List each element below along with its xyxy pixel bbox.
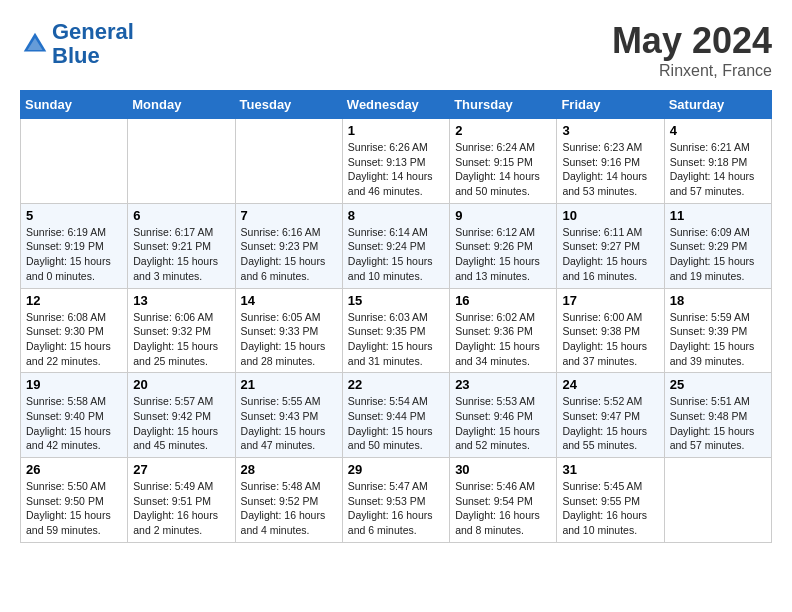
- day-number: 23: [455, 377, 551, 392]
- day-number: 25: [670, 377, 766, 392]
- day-info: Sunrise: 5:49 AM Sunset: 9:51 PM Dayligh…: [133, 479, 229, 538]
- day-number: 12: [26, 293, 122, 308]
- calendar-cell: 22Sunrise: 5:54 AM Sunset: 9:44 PM Dayli…: [342, 373, 449, 458]
- calendar-cell: 16Sunrise: 6:02 AM Sunset: 9:36 PM Dayli…: [450, 288, 557, 373]
- calendar-cell: 23Sunrise: 5:53 AM Sunset: 9:46 PM Dayli…: [450, 373, 557, 458]
- calendar-cell: 27Sunrise: 5:49 AM Sunset: 9:51 PM Dayli…: [128, 458, 235, 543]
- week-row-4: 19Sunrise: 5:58 AM Sunset: 9:40 PM Dayli…: [21, 373, 772, 458]
- day-info: Sunrise: 6:24 AM Sunset: 9:15 PM Dayligh…: [455, 140, 551, 199]
- calendar-cell: 29Sunrise: 5:47 AM Sunset: 9:53 PM Dayli…: [342, 458, 449, 543]
- logo: General Blue: [20, 20, 134, 68]
- day-info: Sunrise: 5:46 AM Sunset: 9:54 PM Dayligh…: [455, 479, 551, 538]
- calendar-cell: 10Sunrise: 6:11 AM Sunset: 9:27 PM Dayli…: [557, 203, 664, 288]
- calendar-cell: 18Sunrise: 5:59 AM Sunset: 9:39 PM Dayli…: [664, 288, 771, 373]
- calendar-cell: 24Sunrise: 5:52 AM Sunset: 9:47 PM Dayli…: [557, 373, 664, 458]
- day-info: Sunrise: 6:16 AM Sunset: 9:23 PM Dayligh…: [241, 225, 337, 284]
- day-info: Sunrise: 6:08 AM Sunset: 9:30 PM Dayligh…: [26, 310, 122, 369]
- day-number: 6: [133, 208, 229, 223]
- day-info: Sunrise: 6:03 AM Sunset: 9:35 PM Dayligh…: [348, 310, 444, 369]
- weekday-header-saturday: Saturday: [664, 91, 771, 119]
- day-number: 16: [455, 293, 551, 308]
- day-info: Sunrise: 5:50 AM Sunset: 9:50 PM Dayligh…: [26, 479, 122, 538]
- day-number: 17: [562, 293, 658, 308]
- day-number: 1: [348, 123, 444, 138]
- calendar-cell: 7Sunrise: 6:16 AM Sunset: 9:23 PM Daylig…: [235, 203, 342, 288]
- title-block: May 2024 Rinxent, France: [612, 20, 772, 80]
- day-info: Sunrise: 5:53 AM Sunset: 9:46 PM Dayligh…: [455, 394, 551, 453]
- calendar-cell: 15Sunrise: 6:03 AM Sunset: 9:35 PM Dayli…: [342, 288, 449, 373]
- calendar-cell: 14Sunrise: 6:05 AM Sunset: 9:33 PM Dayli…: [235, 288, 342, 373]
- day-info: Sunrise: 6:05 AM Sunset: 9:33 PM Dayligh…: [241, 310, 337, 369]
- day-info: Sunrise: 6:14 AM Sunset: 9:24 PM Dayligh…: [348, 225, 444, 284]
- day-number: 18: [670, 293, 766, 308]
- weekday-header-wednesday: Wednesday: [342, 91, 449, 119]
- day-info: Sunrise: 5:51 AM Sunset: 9:48 PM Dayligh…: [670, 394, 766, 453]
- calendar-cell: [21, 119, 128, 204]
- day-number: 8: [348, 208, 444, 223]
- day-number: 28: [241, 462, 337, 477]
- weekday-header-sunday: Sunday: [21, 91, 128, 119]
- calendar-cell: 28Sunrise: 5:48 AM Sunset: 9:52 PM Dayli…: [235, 458, 342, 543]
- weekday-header-tuesday: Tuesday: [235, 91, 342, 119]
- day-number: 22: [348, 377, 444, 392]
- logo-text: General Blue: [52, 20, 134, 68]
- day-number: 19: [26, 377, 122, 392]
- day-number: 3: [562, 123, 658, 138]
- calendar-cell: 31Sunrise: 5:45 AM Sunset: 9:55 PM Dayli…: [557, 458, 664, 543]
- day-info: Sunrise: 5:47 AM Sunset: 9:53 PM Dayligh…: [348, 479, 444, 538]
- day-info: Sunrise: 5:52 AM Sunset: 9:47 PM Dayligh…: [562, 394, 658, 453]
- calendar-cell: [664, 458, 771, 543]
- day-info: Sunrise: 6:19 AM Sunset: 9:19 PM Dayligh…: [26, 225, 122, 284]
- day-info: Sunrise: 6:00 AM Sunset: 9:38 PM Dayligh…: [562, 310, 658, 369]
- day-number: 10: [562, 208, 658, 223]
- day-number: 4: [670, 123, 766, 138]
- day-number: 14: [241, 293, 337, 308]
- calendar-cell: 3Sunrise: 6:23 AM Sunset: 9:16 PM Daylig…: [557, 119, 664, 204]
- calendar-cell: 4Sunrise: 6:21 AM Sunset: 9:18 PM Daylig…: [664, 119, 771, 204]
- calendar-cell: 11Sunrise: 6:09 AM Sunset: 9:29 PM Dayli…: [664, 203, 771, 288]
- calendar-cell: 1Sunrise: 6:26 AM Sunset: 9:13 PM Daylig…: [342, 119, 449, 204]
- calendar-cell: 2Sunrise: 6:24 AM Sunset: 9:15 PM Daylig…: [450, 119, 557, 204]
- day-number: 2: [455, 123, 551, 138]
- logo-icon: [20, 29, 50, 59]
- day-number: 21: [241, 377, 337, 392]
- week-row-5: 26Sunrise: 5:50 AM Sunset: 9:50 PM Dayli…: [21, 458, 772, 543]
- day-info: Sunrise: 6:21 AM Sunset: 9:18 PM Dayligh…: [670, 140, 766, 199]
- calendar-cell: 5Sunrise: 6:19 AM Sunset: 9:19 PM Daylig…: [21, 203, 128, 288]
- location: Rinxent, France: [612, 62, 772, 80]
- day-info: Sunrise: 5:58 AM Sunset: 9:40 PM Dayligh…: [26, 394, 122, 453]
- day-info: Sunrise: 6:23 AM Sunset: 9:16 PM Dayligh…: [562, 140, 658, 199]
- day-number: 15: [348, 293, 444, 308]
- day-number: 30: [455, 462, 551, 477]
- calendar-cell: 30Sunrise: 5:46 AM Sunset: 9:54 PM Dayli…: [450, 458, 557, 543]
- calendar-cell: 26Sunrise: 5:50 AM Sunset: 9:50 PM Dayli…: [21, 458, 128, 543]
- calendar-cell: 8Sunrise: 6:14 AM Sunset: 9:24 PM Daylig…: [342, 203, 449, 288]
- weekday-header-thursday: Thursday: [450, 91, 557, 119]
- calendar-cell: [128, 119, 235, 204]
- calendar-cell: 6Sunrise: 6:17 AM Sunset: 9:21 PM Daylig…: [128, 203, 235, 288]
- day-number: 31: [562, 462, 658, 477]
- day-info: Sunrise: 5:54 AM Sunset: 9:44 PM Dayligh…: [348, 394, 444, 453]
- day-info: Sunrise: 5:48 AM Sunset: 9:52 PM Dayligh…: [241, 479, 337, 538]
- calendar-cell: 17Sunrise: 6:00 AM Sunset: 9:38 PM Dayli…: [557, 288, 664, 373]
- day-number: 7: [241, 208, 337, 223]
- month-title: May 2024: [612, 20, 772, 62]
- day-info: Sunrise: 6:17 AM Sunset: 9:21 PM Dayligh…: [133, 225, 229, 284]
- day-number: 11: [670, 208, 766, 223]
- weekday-header-row: SundayMondayTuesdayWednesdayThursdayFrid…: [21, 91, 772, 119]
- day-info: Sunrise: 5:59 AM Sunset: 9:39 PM Dayligh…: [670, 310, 766, 369]
- day-info: Sunrise: 6:12 AM Sunset: 9:26 PM Dayligh…: [455, 225, 551, 284]
- day-info: Sunrise: 5:57 AM Sunset: 9:42 PM Dayligh…: [133, 394, 229, 453]
- calendar-cell: 12Sunrise: 6:08 AM Sunset: 9:30 PM Dayli…: [21, 288, 128, 373]
- day-info: Sunrise: 6:02 AM Sunset: 9:36 PM Dayligh…: [455, 310, 551, 369]
- weekday-header-monday: Monday: [128, 91, 235, 119]
- calendar-cell: 19Sunrise: 5:58 AM Sunset: 9:40 PM Dayli…: [21, 373, 128, 458]
- day-number: 26: [26, 462, 122, 477]
- logo-line2: Blue: [52, 43, 100, 68]
- day-number: 13: [133, 293, 229, 308]
- week-row-3: 12Sunrise: 6:08 AM Sunset: 9:30 PM Dayli…: [21, 288, 772, 373]
- calendar-table: SundayMondayTuesdayWednesdayThursdayFrid…: [20, 90, 772, 543]
- calendar-cell: 20Sunrise: 5:57 AM Sunset: 9:42 PM Dayli…: [128, 373, 235, 458]
- calendar-cell: [235, 119, 342, 204]
- day-number: 24: [562, 377, 658, 392]
